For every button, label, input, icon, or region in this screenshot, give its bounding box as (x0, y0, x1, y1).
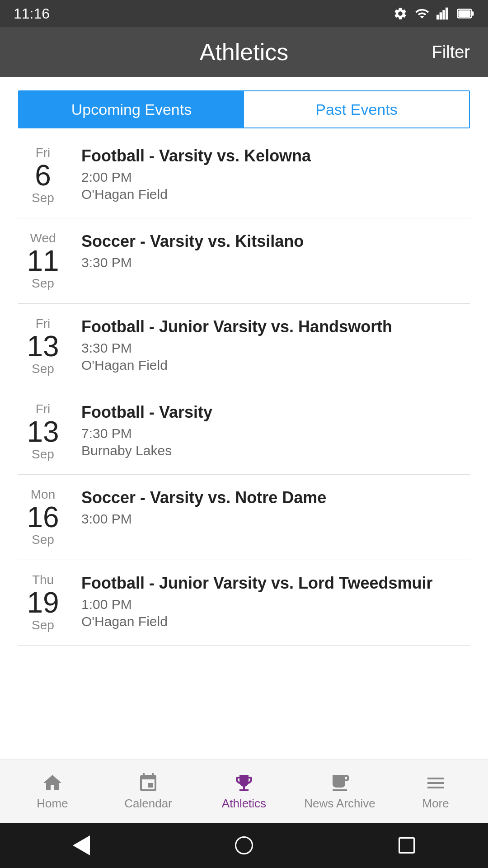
nav-calendar[interactable]: Calendar (100, 772, 196, 811)
svg-rect-1 (440, 12, 442, 19)
event-day-name: Wed (18, 231, 68, 245)
event-title: Football - Junior Varsity vs. Handsworth (81, 316, 470, 338)
event-details: Soccer - Varsity vs. Kitsilano 3:30 PM (68, 231, 470, 272)
event-date: Fri 13 Sep (18, 316, 68, 376)
filter-button[interactable]: Filter (432, 42, 470, 62)
event-day-num: 6 (18, 161, 68, 190)
svg-rect-6 (458, 10, 470, 17)
event-month: Sep (18, 618, 68, 632)
event-item[interactable]: Thu 19 Sep Football - Junior Varsity vs.… (18, 560, 470, 646)
event-day-num: 11 (18, 246, 68, 275)
recents-button[interactable] (393, 832, 420, 859)
event-item[interactable]: Mon 16 Sep Soccer - Varsity vs. Notre Da… (18, 475, 470, 560)
event-title: Football - Varsity (81, 402, 470, 423)
event-time: 7:30 PM (81, 426, 470, 441)
nav-athletics[interactable]: Athletics (196, 772, 292, 811)
wifi-icon (414, 6, 430, 21)
event-time: 1:00 PM (81, 597, 470, 612)
event-day-num: 16 (18, 503, 68, 532)
event-item[interactable]: Fri 6 Sep Football - Varsity vs. Kelowna… (18, 133, 470, 218)
event-title: Soccer - Varsity vs. Notre Dame (81, 487, 470, 509)
svg-rect-5 (472, 11, 474, 16)
home-icon (42, 772, 63, 794)
event-month: Sep (18, 447, 68, 462)
event-location: O'Hagan Field (81, 358, 470, 373)
system-nav-bar (0, 823, 488, 868)
home-button[interactable] (230, 832, 258, 859)
event-item[interactable]: Wed 11 Sep Soccer - Varsity vs. Kitsilan… (18, 218, 470, 304)
status-icons (393, 6, 474, 21)
event-details: Football - Varsity vs. Kelowna 2:00 PM O… (68, 146, 470, 202)
tab-upcoming[interactable]: Upcoming Events (19, 91, 244, 127)
event-details: Football - Junior Varsity vs. Lord Tweed… (68, 573, 470, 629)
page-title: Athletics (200, 38, 289, 66)
battery-icon (457, 7, 474, 20)
nav-more-label: More (422, 797, 449, 811)
event-day-name: Thu (18, 573, 68, 587)
event-details: Football - Junior Varsity vs. Handsworth… (68, 316, 470, 373)
back-button[interactable] (68, 832, 95, 859)
event-month: Sep (18, 276, 68, 291)
event-month: Sep (18, 362, 68, 376)
event-date: Mon 16 Sep (18, 487, 68, 547)
event-location: O'Hagan Field (81, 614, 470, 629)
nav-athletics-label: Athletics (222, 797, 266, 811)
svg-rect-2 (442, 10, 445, 19)
bottom-nav: Home Calendar Athletics News Archive Mor… (0, 760, 488, 823)
event-day-name: Mon (18, 487, 68, 502)
nav-news-label: News Archive (304, 797, 375, 811)
status-bar: 11:16 (0, 0, 488, 27)
signal-icon (436, 6, 451, 21)
nav-more[interactable]: More (388, 772, 483, 811)
event-day-num: 13 (18, 417, 68, 446)
event-details: Soccer - Varsity vs. Notre Dame 3:00 PM (68, 487, 470, 528)
tab-bar: Upcoming Events Past Events (18, 90, 470, 128)
status-time: 11:16 (14, 5, 50, 22)
event-day-num: 19 (18, 588, 68, 617)
event-day-num: 13 (18, 332, 68, 361)
event-title: Football - Junior Varsity vs. Lord Tweed… (81, 573, 470, 594)
event-month: Sep (18, 533, 68, 547)
event-details: Football - Varsity 7:30 PM Burnaby Lakes (68, 402, 470, 458)
event-day-name: Fri (18, 146, 68, 160)
trophy-icon (233, 772, 255, 794)
menu-icon (425, 772, 446, 794)
event-time: 2:00 PM (81, 170, 470, 185)
svg-rect-3 (446, 8, 448, 20)
calendar-icon (137, 772, 159, 794)
svg-rect-0 (436, 15, 439, 20)
event-date: Thu 19 Sep (18, 573, 68, 632)
event-time: 3:30 PM (81, 340, 470, 356)
event-item[interactable]: Fri 13 Sep Football - Varsity 7:30 PM Bu… (18, 389, 470, 475)
event-title: Football - Varsity vs. Kelowna (81, 146, 470, 167)
nav-calendar-label: Calendar (124, 797, 172, 811)
tab-past[interactable]: Past Events (244, 91, 469, 127)
event-month: Sep (18, 191, 68, 205)
event-date: Wed 11 Sep (18, 231, 68, 291)
nav-home-label: Home (37, 797, 68, 811)
event-day-name: Fri (18, 316, 68, 331)
event-date: Fri 6 Sep (18, 146, 68, 205)
events-list: Fri 6 Sep Football - Varsity vs. Kelowna… (0, 133, 488, 760)
event-time: 3:30 PM (81, 255, 470, 270)
event-item[interactable]: Fri 13 Sep Football - Junior Varsity vs.… (18, 304, 470, 389)
settings-icon (393, 6, 408, 21)
nav-home[interactable]: Home (5, 772, 100, 811)
event-time: 3:00 PM (81, 511, 470, 527)
event-title: Soccer - Varsity vs. Kitsilano (81, 231, 470, 252)
event-location: Burnaby Lakes (81, 443, 470, 458)
nav-news-archive[interactable]: News Archive (292, 772, 388, 811)
news-icon (329, 772, 351, 794)
event-day-name: Fri (18, 402, 68, 416)
event-date: Fri 13 Sep (18, 402, 68, 462)
app-header: Athletics Filter (0, 27, 488, 77)
event-location: O'Hagan Field (81, 187, 470, 202)
